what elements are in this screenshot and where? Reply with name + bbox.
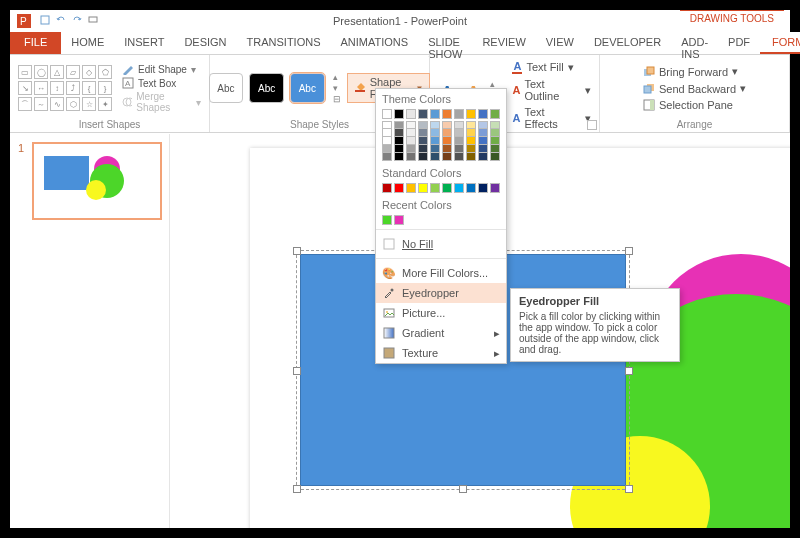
color-swatch[interactable] bbox=[478, 109, 488, 119]
color-swatch[interactable] bbox=[394, 215, 404, 225]
resize-handle[interactable] bbox=[293, 485, 301, 493]
color-swatch[interactable] bbox=[406, 183, 416, 193]
eyedropper-item[interactable]: Eyedropper bbox=[376, 283, 506, 303]
texture-fill-item[interactable]: Texture▸ bbox=[376, 343, 506, 363]
resize-handle[interactable] bbox=[625, 247, 633, 255]
theme-colors-row[interactable] bbox=[376, 109, 506, 119]
text-effects-button[interactable]: AText Effects ▾ bbox=[512, 106, 591, 130]
color-swatch[interactable] bbox=[430, 129, 440, 137]
dialog-launcher-icon[interactable] bbox=[587, 120, 597, 130]
color-swatch[interactable] bbox=[394, 145, 404, 153]
color-swatch[interactable] bbox=[406, 109, 416, 119]
tab-pdf[interactable]: PDF bbox=[718, 32, 760, 54]
resize-handle[interactable] bbox=[293, 367, 301, 375]
gradient-fill-item[interactable]: Gradient▸ bbox=[376, 323, 506, 343]
tab-review[interactable]: REVIEW bbox=[472, 32, 535, 54]
color-swatch[interactable] bbox=[478, 121, 488, 129]
color-swatch[interactable] bbox=[418, 121, 428, 129]
color-swatch[interactable] bbox=[454, 183, 464, 193]
more-fill-colors-item[interactable]: 🎨More Fill Colors... bbox=[376, 263, 506, 283]
color-swatch[interactable] bbox=[382, 153, 392, 161]
color-swatch[interactable] bbox=[454, 137, 464, 145]
color-swatch[interactable] bbox=[454, 153, 464, 161]
style-preset-3[interactable]: Abc bbox=[290, 73, 325, 103]
color-swatch[interactable] bbox=[430, 109, 440, 119]
color-swatch[interactable] bbox=[478, 183, 488, 193]
color-swatch[interactable] bbox=[418, 145, 428, 153]
color-swatch[interactable] bbox=[418, 129, 428, 137]
standard-colors-row[interactable] bbox=[376, 183, 506, 193]
color-swatch[interactable] bbox=[490, 129, 500, 137]
color-swatch[interactable] bbox=[454, 129, 464, 137]
tab-view[interactable]: VIEW bbox=[536, 32, 584, 54]
color-swatch[interactable] bbox=[382, 137, 392, 145]
resize-handle[interactable] bbox=[459, 485, 467, 493]
color-swatch[interactable] bbox=[466, 137, 476, 145]
edit-shape-button[interactable]: Edit Shape▾ bbox=[122, 63, 201, 75]
color-swatch[interactable] bbox=[382, 183, 392, 193]
color-swatch[interactable] bbox=[382, 129, 392, 137]
color-swatch[interactable] bbox=[406, 153, 416, 161]
tab-animations[interactable]: ANIMATIONS bbox=[331, 32, 419, 54]
style-gallery-down-icon[interactable]: ▾ bbox=[333, 83, 341, 93]
selection-pane-button[interactable]: Selection Pane bbox=[643, 99, 746, 111]
color-swatch[interactable] bbox=[382, 215, 392, 225]
style-preset-1[interactable]: Abc bbox=[209, 73, 244, 103]
tab-transitions[interactable]: TRANSITIONS bbox=[237, 32, 331, 54]
tab-developer[interactable]: DEVELOPER bbox=[584, 32, 671, 54]
color-swatch[interactable] bbox=[382, 121, 392, 129]
color-swatch[interactable] bbox=[490, 145, 500, 153]
color-swatch[interactable] bbox=[442, 129, 452, 137]
color-swatch[interactable] bbox=[394, 137, 404, 145]
color-swatch[interactable] bbox=[478, 153, 488, 161]
slide-thumbnail-1[interactable] bbox=[32, 142, 162, 220]
color-swatch[interactable] bbox=[430, 145, 440, 153]
color-swatch[interactable] bbox=[454, 145, 464, 153]
resize-handle[interactable] bbox=[625, 485, 633, 493]
send-backward-button[interactable]: Send Backward ▾ bbox=[643, 82, 746, 95]
color-swatch[interactable] bbox=[394, 129, 404, 137]
color-swatch[interactable] bbox=[418, 109, 428, 119]
color-swatch[interactable] bbox=[442, 145, 452, 153]
shapes-gallery[interactable]: ▭◯△▱◇⬠ ↘↔↕⤴{} ⌒～∿⬡☆✦ bbox=[18, 65, 112, 111]
start-slideshow-icon[interactable] bbox=[88, 15, 98, 27]
color-swatch[interactable] bbox=[442, 121, 452, 129]
color-swatch[interactable] bbox=[466, 153, 476, 161]
tab-format[interactable]: FORMAT bbox=[760, 32, 800, 54]
tab-home[interactable]: HOME bbox=[61, 32, 114, 54]
color-swatch[interactable] bbox=[430, 183, 440, 193]
resize-handle[interactable] bbox=[293, 247, 301, 255]
color-swatch[interactable] bbox=[442, 153, 452, 161]
color-swatch[interactable] bbox=[490, 183, 500, 193]
color-swatch[interactable] bbox=[442, 183, 452, 193]
style-gallery-more-icon[interactable]: ⊟ bbox=[333, 94, 341, 104]
text-fill-button[interactable]: AText Fill ▾ bbox=[512, 60, 591, 74]
theme-shades-grid[interactable] bbox=[376, 121, 506, 161]
style-preset-2[interactable]: Abc bbox=[249, 73, 284, 103]
resize-handle[interactable] bbox=[625, 367, 633, 375]
color-swatch[interactable] bbox=[418, 153, 428, 161]
color-swatch[interactable] bbox=[466, 109, 476, 119]
no-fill-item[interactable]: No Fill bbox=[376, 234, 506, 254]
color-swatch[interactable] bbox=[406, 121, 416, 129]
color-swatch[interactable] bbox=[394, 121, 404, 129]
picture-fill-item[interactable]: Picture... bbox=[376, 303, 506, 323]
color-swatch[interactable] bbox=[430, 153, 440, 161]
color-swatch[interactable] bbox=[490, 109, 500, 119]
color-swatch[interactable] bbox=[466, 129, 476, 137]
text-box-button[interactable]: AText Box bbox=[122, 77, 201, 89]
undo-icon[interactable] bbox=[56, 15, 66, 27]
color-swatch[interactable] bbox=[430, 121, 440, 129]
save-icon[interactable] bbox=[40, 15, 50, 27]
color-swatch[interactable] bbox=[406, 137, 416, 145]
tab-file[interactable]: FILE bbox=[10, 32, 61, 54]
color-swatch[interactable] bbox=[406, 145, 416, 153]
color-swatch[interactable] bbox=[394, 109, 404, 119]
color-swatch[interactable] bbox=[466, 183, 476, 193]
color-swatch[interactable] bbox=[454, 109, 464, 119]
color-swatch[interactable] bbox=[406, 129, 416, 137]
color-swatch[interactable] bbox=[466, 121, 476, 129]
color-swatch[interactable] bbox=[382, 145, 392, 153]
color-swatch[interactable] bbox=[382, 109, 392, 119]
color-swatch[interactable] bbox=[430, 137, 440, 145]
